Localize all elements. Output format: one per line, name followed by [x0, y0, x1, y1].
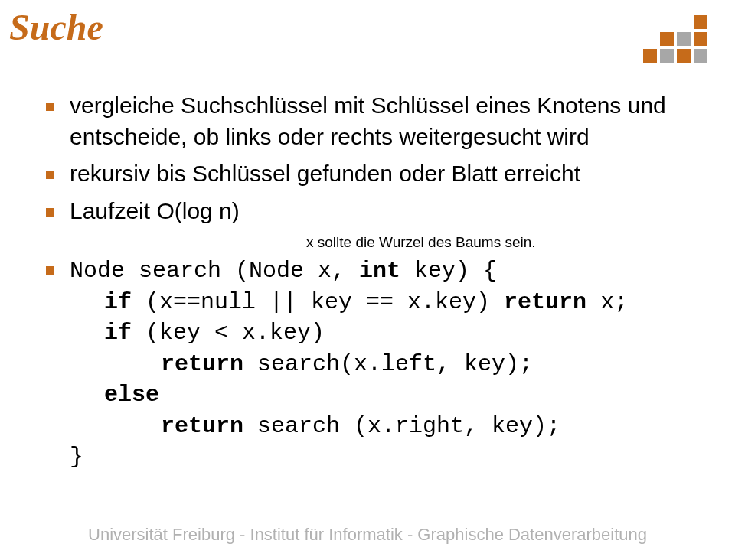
code-keyword: else — [104, 379, 159, 411]
bullet-icon — [46, 208, 54, 217]
code-text: x; — [586, 287, 628, 318]
logo-icon — [642, 14, 709, 64]
code-text: search(x.left, key); — [243, 349, 533, 380]
code-text: (key < x.key) — [132, 317, 325, 349]
code-text: key) { — [400, 256, 497, 287]
bullet-item: Laufzeit O(log n) — [46, 196, 689, 227]
bullet-item: vergleiche Suchschlüssel mit Schlüssel e… — [46, 90, 689, 152]
code-line: if (x==null || key == x.key) return x; — [46, 287, 689, 318]
bullet-text: Laufzeit O(log n) — [70, 196, 240, 227]
bullet-text: vergleiche Suchschlüssel mit Schlüssel e… — [70, 90, 689, 152]
code-block: Node search (Node x, int key) { if (x==n… — [46, 256, 689, 473]
annotation-text: x sollte die Wurzel des Baums sein. — [306, 234, 689, 251]
code-line: Node search (Node x, int key) { — [46, 256, 689, 287]
code-line: return search(x.left, key); — [46, 349, 689, 380]
bullet-icon — [46, 171, 54, 179]
code-line: else — [46, 379, 689, 411]
code-keyword: if — [104, 317, 132, 349]
content-area: vergleiche Suchschlüssel mit Schlüssel e… — [46, 90, 689, 473]
slide-title: Suche — [9, 6, 103, 48]
slide: Suche vergleiche Suchschlüssel mit Schlü… — [0, 0, 735, 560]
bullet-text: rekursiv bis Schlüssel gefunden oder Bla… — [70, 158, 580, 190]
code-text: search (x.right, key); — [243, 411, 560, 442]
code-keyword: if — [104, 287, 132, 318]
code-line: return search (x.right, key); — [46, 411, 689, 442]
code-keyword: return — [161, 411, 243, 442]
code-text: Node search (Node x, — [70, 256, 359, 287]
code-keyword: return — [504, 287, 586, 318]
bullet-icon — [46, 266, 54, 275]
code-text: } — [70, 441, 83, 473]
code-line: if (key < x.key) — [46, 317, 689, 349]
code-keyword: return — [161, 349, 243, 380]
code-line: } — [46, 441, 689, 473]
footer-text: Universität Freiburg - Institut für Info… — [0, 525, 735, 545]
code-text: (x==null || key == x.key) — [132, 287, 504, 318]
code-keyword: int — [359, 256, 400, 287]
bullet-icon — [46, 103, 54, 111]
bullet-item: rekursiv bis Schlüssel gefunden oder Bla… — [46, 158, 689, 190]
